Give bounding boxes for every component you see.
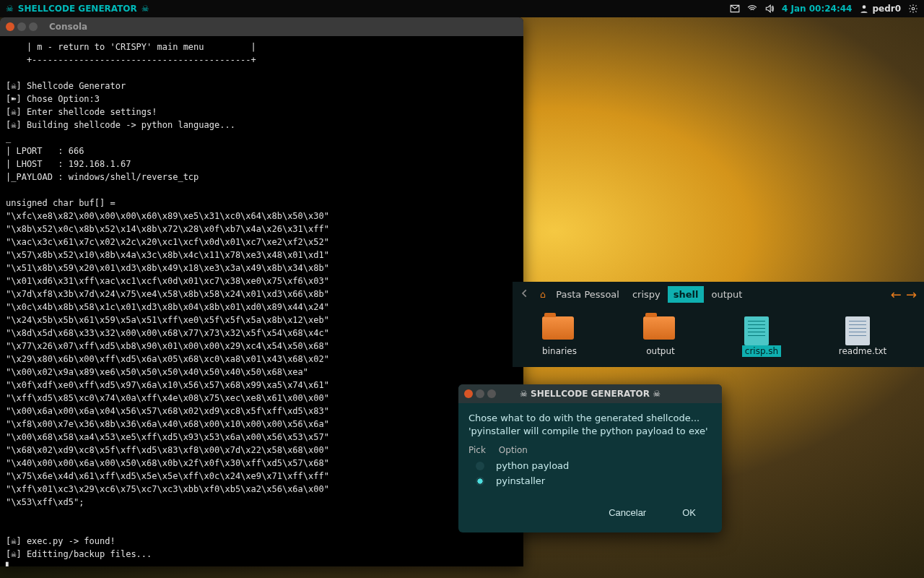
home-icon[interactable]: ⌂ bbox=[540, 289, 546, 300]
app-title: ☠ SHELLCODE GENERATOR ☠ bbox=[6, 4, 149, 14]
maximize-icon[interactable] bbox=[487, 389, 496, 398]
dialog-title: ☠ SHELLCODE GENERATOR ☠ bbox=[520, 389, 661, 399]
folder-item[interactable]: output bbox=[635, 316, 686, 357]
file-item[interactable]: crisp.sh bbox=[736, 316, 787, 357]
file-label: crisp.sh bbox=[742, 345, 781, 357]
dialog-option-row[interactable]: python payload bbox=[468, 458, 712, 473]
fm-toolbar: ⌂ Pasta Pessoalcrispyshelloutput ← → bbox=[513, 282, 924, 306]
gear-icon[interactable] bbox=[908, 4, 918, 14]
nav-back-arrow-icon[interactable]: ← bbox=[891, 287, 902, 302]
terminal-title: Consola bbox=[49, 22, 87, 32]
script-file-icon bbox=[744, 316, 779, 342]
shellcode-dialog: ☠ SHELLCODE GENERATOR ☠ Chose what to do… bbox=[458, 384, 722, 532]
skull-icon: ☠ bbox=[6, 4, 14, 14]
radio-icon[interactable] bbox=[476, 462, 484, 470]
fm-icon-grid[interactable]: binariesoutputcrisp.shreadme.txt bbox=[513, 306, 924, 367]
dialog-option-row[interactable]: pyinstaller bbox=[468, 473, 712, 488]
volume-icon[interactable] bbox=[764, 4, 775, 14]
close-icon[interactable] bbox=[6, 22, 14, 31]
mail-icon[interactable] bbox=[730, 4, 740, 14]
skull-icon: ☠ bbox=[141, 4, 149, 14]
ok-button[interactable]: OK bbox=[672, 503, 706, 522]
breadcrumb: Pasta Pessoalcrispyshelloutput bbox=[550, 286, 748, 303]
terminal-window: Consola | m - return to 'CRISPY' main me… bbox=[0, 17, 523, 566]
breadcrumb-item[interactable]: Pasta Pessoal bbox=[550, 286, 625, 303]
breadcrumb-item[interactable]: shell bbox=[668, 286, 705, 303]
folder-icon bbox=[643, 316, 678, 342]
user-menu[interactable]: pedr0 bbox=[859, 4, 901, 14]
file-label: output bbox=[643, 345, 678, 357]
cancel-button[interactable]: Cancelar bbox=[598, 503, 656, 522]
folder-item[interactable]: binaries bbox=[534, 316, 585, 357]
option-label: python payload bbox=[496, 460, 569, 471]
file-label: readme.txt bbox=[836, 345, 889, 357]
wifi-icon[interactable] bbox=[747, 4, 757, 14]
terminal-content[interactable]: | m - return to 'CRISPY' main menu | +--… bbox=[0, 36, 523, 566]
terminal-titlebar[interactable]: Consola bbox=[0, 17, 523, 36]
dialog-table-header: Pick Option bbox=[468, 445, 712, 458]
nav-back-icon[interactable] bbox=[520, 288, 530, 301]
dialog-titlebar[interactable]: ☠ SHELLCODE GENERATOR ☠ bbox=[458, 384, 722, 403]
svg-point-0 bbox=[863, 5, 866, 9]
nav-fwd-arrow-icon[interactable]: → bbox=[906, 287, 917, 302]
radio-icon[interactable] bbox=[476, 477, 484, 486]
breadcrumb-item[interactable]: output bbox=[705, 286, 748, 303]
minimize-icon[interactable] bbox=[17, 22, 26, 31]
svg-point-1 bbox=[912, 7, 915, 10]
folder-icon bbox=[542, 316, 577, 342]
file-item[interactable]: readme.txt bbox=[837, 316, 888, 357]
option-label: pyinstaller bbox=[496, 475, 545, 486]
text-file-icon bbox=[845, 316, 880, 342]
clock[interactable]: 4 Jan 00:24:44 bbox=[782, 4, 853, 14]
dialog-message: Chose what to do with the generated shel… bbox=[468, 412, 712, 438]
maximize-icon[interactable] bbox=[29, 22, 38, 31]
file-label: binaries bbox=[539, 345, 580, 357]
close-icon[interactable] bbox=[464, 389, 473, 398]
minimize-icon[interactable] bbox=[476, 389, 484, 398]
breadcrumb-item[interactable]: crispy bbox=[627, 286, 666, 303]
